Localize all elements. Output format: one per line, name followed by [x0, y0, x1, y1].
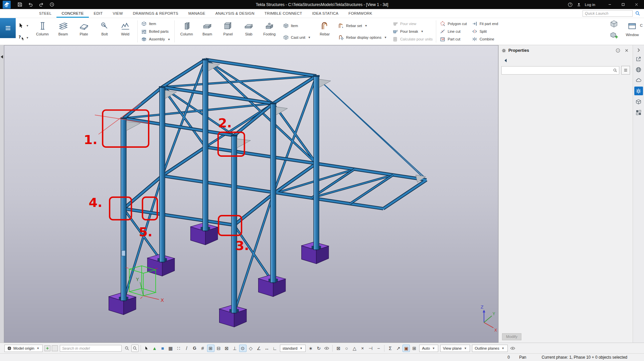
components-panel-button[interactable]	[634, 97, 643, 106]
applications-panel-button[interactable]	[634, 108, 643, 117]
tekla-logo[interactable]	[0, 0, 13, 9]
tab-concrete[interactable]: CONCRETE	[56, 9, 89, 18]
planes-visibility-icon[interactable]	[509, 345, 516, 352]
cast-unit-button[interactable]: Cast unit▾	[283, 34, 311, 41]
help-icon[interactable]: ?	[568, 2, 573, 7]
steel-bolt-button[interactable]: Bolt	[94, 19, 115, 44]
chevron-down-icon[interactable]: ▾	[383, 35, 387, 39]
fit-part-end-button[interactable]: Fit part end	[472, 20, 498, 27]
modify-button[interactable]: Modify	[502, 333, 521, 340]
model-3d-scene[interactable]: X Y 1. 2. 3. 4. 5.	[4, 45, 498, 343]
assembly-button[interactable]: Assembly▾	[141, 36, 171, 43]
points-filter-icon[interactable]: ○	[343, 345, 350, 352]
model-viewport-3d[interactable]: X Y 1. 2. 3. 4. 5.	[4, 45, 498, 343]
redo-button[interactable]	[37, 1, 45, 8]
tab-formwork[interactable]: FORMWORK	[343, 9, 377, 18]
corner-snap-icon[interactable]: ∟	[271, 345, 279, 352]
line-snap-icon[interactable]: /	[183, 345, 190, 352]
tab-trimble-connect[interactable]: TRIMBLE CONNECT	[260, 9, 307, 18]
midpoint-snap-icon[interactable]: ⊟	[215, 345, 222, 352]
properties-panel-button[interactable]	[634, 87, 643, 95]
extension-snap-icon[interactable]: ↔	[263, 345, 271, 352]
select-arrow-icon[interactable]	[143, 345, 150, 352]
tab-edit[interactable]: EDIT	[89, 9, 108, 18]
concrete-beam-button[interactable]: Beam	[197, 19, 218, 44]
close-button[interactable]	[631, 0, 641, 9]
origin-lock-button[interactable]	[52, 345, 58, 351]
auto-rotation-dropdown[interactable]: Auto▾	[419, 345, 438, 352]
chevron-down-icon[interactable]: ▾	[364, 24, 368, 28]
direct-modification-icon[interactable]: ▲	[151, 345, 158, 352]
share-panel-button[interactable]	[634, 54, 643, 63]
perpendicular-snap-icon[interactable]: ⊥	[231, 345, 238, 352]
workplane-icon[interactable]: ■	[159, 345, 166, 352]
concrete-slab-button[interactable]: Slab	[238, 19, 259, 44]
tab-analysis-design[interactable]: ANALYSIS & DESIGN	[210, 9, 260, 18]
steel-column-button[interactable]: Column	[32, 19, 53, 44]
maximize-button[interactable]	[618, 0, 628, 9]
parts-filter-icon[interactable]: △	[351, 345, 358, 352]
rebar-set-button[interactable]: Rebar set▾	[338, 22, 387, 29]
component-cube-icon[interactable]	[609, 19, 619, 29]
chevron-down-icon[interactable]: ▾	[307, 35, 311, 39]
window-tool-button[interactable]: Window	[622, 19, 643, 37]
collapse-left-icon[interactable]	[1, 55, 3, 58]
search-in-model-input[interactable]	[60, 345, 122, 352]
grid-icon[interactable]: ▦	[167, 345, 174, 352]
properties-search-input[interactable]	[503, 68, 613, 73]
welds-filter-icon[interactable]: ×	[359, 345, 366, 352]
app-menu-button[interactable]	[0, 18, 16, 38]
tab-drawings-reports[interactable]: DRAWINGS & REPORTS	[128, 9, 183, 18]
chevron-down-icon[interactable]: ▾	[167, 37, 171, 41]
steel-weld-button[interactable]: Weld	[115, 19, 136, 44]
snap-settings-dropdown[interactable]: standard▾	[280, 345, 306, 352]
chevron-down-icon[interactable]: ▾	[25, 35, 29, 39]
properties-list-button[interactable]	[621, 66, 630, 75]
add-origin-button[interactable]	[44, 345, 50, 351]
inquire-tool-button[interactable]: ?▾	[18, 34, 29, 41]
view-plane-dropdown[interactable]: View plane▾	[440, 345, 470, 352]
combine-button[interactable]: Combine	[472, 36, 498, 43]
angle-snap-icon[interactable]: ∠	[255, 345, 263, 352]
tab-manage[interactable]: MANAGE	[183, 9, 210, 18]
phases-filter-icon[interactable]: ▣	[402, 345, 410, 352]
endpoint-snap-icon[interactable]: ⊠	[223, 345, 230, 352]
geometry-snap-icon[interactable]: G	[191, 345, 198, 352]
concrete-item-button[interactable]: Item	[283, 22, 311, 29]
part-cut-button[interactable]: Part cut	[440, 36, 467, 43]
tasks-filter-icon[interactable]: ⊞	[411, 345, 418, 352]
left-collapse-strip[interactable]	[0, 45, 4, 343]
cloud-panel-button[interactable]	[634, 76, 643, 85]
quick-launch-search-icon[interactable]	[635, 10, 641, 16]
undo-button[interactable]	[26, 1, 35, 8]
outline-planes-dropdown[interactable]: Outline planes▾	[472, 345, 508, 352]
search-settings-button[interactable]	[131, 345, 139, 352]
save-button[interactable]	[15, 1, 24, 8]
free-snap-icon[interactable]: ◇	[247, 345, 255, 352]
history-button[interactable]	[47, 1, 56, 8]
select-tool-button[interactable]: ▾	[18, 22, 29, 29]
steel-plate-button[interactable]: Plate	[73, 19, 94, 44]
split-button[interactable]: Split	[472, 28, 498, 35]
item-button[interactable]: Item	[141, 20, 171, 27]
smart-select-icon[interactable]: ∗	[307, 345, 314, 352]
bolts-filter-icon[interactable]: −	[375, 345, 382, 352]
bolted-parts-button[interactable]: Bolted parts	[141, 28, 171, 35]
pour-break-button[interactable]: Pour break▾	[392, 28, 433, 35]
grid-snap-icon[interactable]: #	[199, 345, 206, 352]
pour-view-button[interactable]: Pour view	[392, 20, 433, 27]
concrete-panel-button[interactable]: Panel	[218, 19, 238, 44]
properties-search-box[interactable]	[501, 66, 619, 75]
login-link[interactable]: Log in	[585, 3, 595, 7]
properties-back-button[interactable]	[501, 57, 510, 64]
tab-steel[interactable]: STEEL	[34, 9, 56, 18]
properties-help-button[interactable]: ?	[615, 47, 621, 54]
select-all-filter-icon[interactable]: ⊠	[335, 345, 342, 352]
chevron-down-icon[interactable]: ▾	[25, 23, 29, 27]
assemblies-filter-icon[interactable]: Σ	[386, 345, 394, 352]
model-origin-dropdown[interactable]: Model origin▾	[4, 345, 43, 352]
minimize-button[interactable]	[605, 0, 615, 9]
components-filter-icon[interactable]: ↗	[394, 345, 402, 352]
chevron-down-icon[interactable]: ▾	[420, 29, 424, 33]
tab-idea-statica[interactable]: IDEA STATICA	[307, 9, 344, 18]
